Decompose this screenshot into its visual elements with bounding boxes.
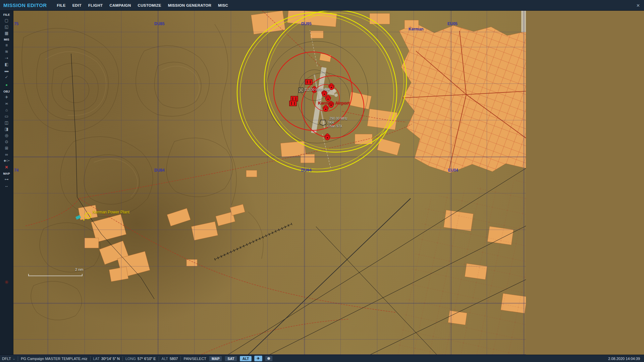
add-static-object-button[interactable]: ◫ xyxy=(2,120,11,125)
toolbar-section-mis: MIS xyxy=(4,38,9,41)
unit-icon xyxy=(305,79,312,84)
add-helicopter-button[interactable]: ≍ xyxy=(2,101,11,106)
toolbar-section-map: MAP xyxy=(3,172,10,175)
unit-icon xyxy=(289,101,297,106)
city-major-roads xyxy=(402,31,526,168)
grid-label-du85: DU85 xyxy=(154,22,165,26)
map-labels: 75 DU85 DU95 EU05 74 DU84 DU94 EU04 Kerm… xyxy=(13,11,526,355)
goals-button[interactable]: ✓ xyxy=(2,74,11,80)
add-vehicle-button[interactable]: ▭ xyxy=(2,113,11,119)
latitude-readout: LAT 30°14' 5" N xyxy=(93,357,120,361)
menu-edit[interactable]: EDIT xyxy=(72,3,82,7)
tanker-channel-label: Chan 97X xyxy=(327,125,342,128)
grid-label-du95: DU95 xyxy=(301,22,312,26)
tanker-icon xyxy=(320,120,326,126)
grid-label-eu05: EU05 xyxy=(447,22,458,26)
spawn-point-button[interactable]: ● xyxy=(2,82,11,88)
toolbar-section-file: FILE xyxy=(3,13,10,16)
delete-object-button[interactable]: ✕ xyxy=(2,164,11,170)
power-plant-icon[interactable] xyxy=(83,213,91,221)
sam-unit-icon xyxy=(328,101,334,108)
menu-customize[interactable]: CUSTOMIZE xyxy=(138,3,161,7)
railway xyxy=(215,224,292,259)
aircraft-icon: ✈ xyxy=(257,356,260,360)
menu-campaign[interactable]: CAMPAIGN xyxy=(109,3,131,7)
gear-icon: ⊛ xyxy=(267,356,270,360)
alt-view-button[interactable]: ALT xyxy=(240,356,252,361)
map-edge-structure xyxy=(521,11,526,32)
unit-icon xyxy=(291,96,298,101)
chevron-down-icon: ⌄ xyxy=(13,357,15,360)
weather-button[interactable]: ≋ xyxy=(2,49,11,54)
labels-toggle-button[interactable]: ✈ xyxy=(254,356,262,361)
mode-indicator: PAN/SELECT xyxy=(183,357,206,361)
distance-tool-button[interactable]: ↔ xyxy=(2,183,11,188)
open-mission-button[interactable]: ◱ xyxy=(2,24,11,29)
app-title: MISSION EDITOR xyxy=(3,2,47,8)
add-template-button[interactable]: ◨ xyxy=(2,126,11,132)
sam-unit-icon xyxy=(329,83,334,90)
menu-flight[interactable]: FLIGHT xyxy=(88,3,103,7)
grid-label-du84: DU84 xyxy=(154,168,165,172)
grid-label-75: 75 xyxy=(14,22,18,26)
contour-highlights xyxy=(45,52,200,197)
add-ship-button[interactable]: ⌂ xyxy=(2,107,11,113)
toolbar-section-obj: OBJ xyxy=(3,90,10,93)
add-formation-button[interactable]: ∞ xyxy=(2,152,11,157)
city-street-grid xyxy=(396,21,526,175)
route-tool-button[interactable]: ⇢ xyxy=(2,55,11,61)
unit-icons-air-defense[interactable] xyxy=(312,83,334,140)
map-options-button[interactable]: ⊶ xyxy=(2,176,11,182)
grid-label-du94: DU94 xyxy=(301,168,312,172)
mission-editor-window: MISSION EDITOR FILE EDIT FLIGHT CAMPAIGN… xyxy=(0,0,644,362)
add-farp-button[interactable]: ⊞ xyxy=(2,145,11,151)
power-lines xyxy=(71,54,526,355)
beacon-freq-label: 112.00 MHz KER xyxy=(305,88,330,92)
map-base-layer xyxy=(13,11,526,355)
range-rings-dark xyxy=(266,41,368,143)
contour-lines xyxy=(22,24,263,320)
beacon-icon xyxy=(299,88,303,93)
add-shapes-button[interactable]: ◆◇▪ xyxy=(2,158,11,164)
profile-value: DFLT xyxy=(2,357,11,361)
threat-rings-yellow xyxy=(237,11,407,172)
threat-rings-red xyxy=(274,52,364,138)
title-bar: MISSION EDITOR FILE EDIT FLIGHT CAMPAIGN… xyxy=(0,0,644,11)
divider xyxy=(18,356,18,361)
add-airfield-unit-button[interactable]: ⊙ xyxy=(2,139,11,144)
save-mission-button[interactable]: ▦ xyxy=(2,30,11,36)
map-canvas[interactable]: 75 DU85 DU95 EU05 74 DU84 DU94 EU04 Kerm… xyxy=(13,11,526,355)
sam-unit-icon xyxy=(323,105,329,112)
long-value: 57° 6'10" E xyxy=(138,357,156,361)
menu-file[interactable]: FILE xyxy=(57,3,66,7)
sam-unit-icon xyxy=(312,86,317,93)
power-plant-label: Kerman Power Plant xyxy=(93,210,129,214)
sam-unit-icon xyxy=(322,90,327,97)
new-mission-button[interactable]: ▢ xyxy=(2,17,11,23)
airport-label: Kerman Airport xyxy=(318,101,350,105)
add-zone-button[interactable]: ◎ xyxy=(2,132,11,138)
left-toolbar: FILE ▢ ◱ ▦ MIS ≡ ≋ ⇢ ◧ ▬ ✓ ● OBJ ✈ ≍ ⌂ ▭… xyxy=(0,11,13,355)
altitude-readout: ALT 5807 xyxy=(162,357,178,361)
menu-misc[interactable]: MISC xyxy=(218,3,228,7)
grid-label-74: 74 xyxy=(14,168,18,172)
map-view-button[interactable]: MAP xyxy=(209,356,222,361)
add-aircraft-button[interactable]: ✈ xyxy=(2,94,11,100)
kerman-city-area xyxy=(399,23,526,173)
divider xyxy=(159,356,159,361)
payload-button[interactable]: ▬ xyxy=(2,68,11,73)
divider xyxy=(90,356,91,361)
editor-options-button[interactable]: ⊛ xyxy=(265,356,273,361)
alt-value: 5807 xyxy=(170,357,178,361)
map-grid xyxy=(13,11,526,355)
grid-label-eu04: EU04 xyxy=(448,168,458,172)
briefing-button[interactable]: ≡ xyxy=(2,42,11,48)
close-icon[interactable]: ✕ xyxy=(636,0,640,11)
mission-options-button[interactable]: ◧ xyxy=(2,61,11,67)
profile-select[interactable]: DFLT ⌄ xyxy=(2,357,15,361)
airport-surfaces xyxy=(310,30,338,170)
unit-icons-red-squares[interactable] xyxy=(289,79,312,106)
field-grid-area xyxy=(396,178,526,355)
sat-view-button[interactable]: SAT xyxy=(225,356,237,361)
menu-mission-generator[interactable]: MISSION GENERATOR xyxy=(168,3,211,7)
